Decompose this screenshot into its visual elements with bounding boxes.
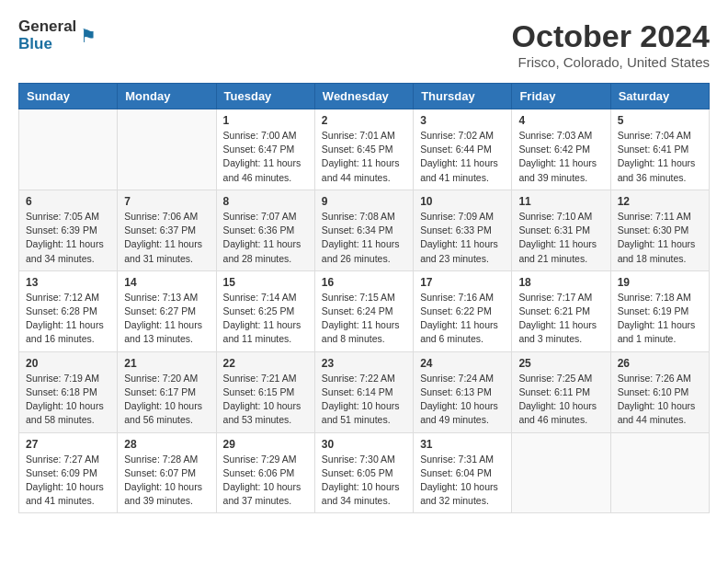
calendar-cell: 3Sunrise: 7:02 AM Sunset: 6:44 PM Daylig… [414,109,512,190]
day-number: 10 [420,195,505,208]
day-info: Sunrise: 7:22 AM Sunset: 6:14 PM Dayligh… [322,372,406,428]
calendar-cell: 8Sunrise: 7:07 AM Sunset: 6:36 PM Daylig… [216,190,314,270]
calendar-header-friday: Friday [512,84,610,109]
day-number: 4 [518,114,603,127]
day-info: Sunrise: 7:13 AM Sunset: 6:27 PM Dayligh… [124,291,209,347]
calendar-cell: 20Sunrise: 7:19 AM Sunset: 6:18 PM Dayli… [19,351,118,432]
calendar-cell: 31Sunrise: 7:31 AM Sunset: 6:04 PM Dayli… [414,432,512,513]
day-number: 9 [322,195,406,208]
calendar-header-saturday: Saturday [610,84,709,109]
day-number: 12 [618,195,702,208]
calendar-cell [19,109,118,190]
calendar-cell [512,432,610,513]
calendar-week-row: 20Sunrise: 7:19 AM Sunset: 6:18 PM Dayli… [19,351,710,432]
day-info: Sunrise: 7:15 AM Sunset: 6:24 PM Dayligh… [322,291,406,347]
day-info: Sunrise: 7:19 AM Sunset: 6:18 PM Dayligh… [26,372,110,428]
calendar-table: SundayMondayTuesdayWednesdayThursdayFrid… [18,83,710,513]
calendar-cell: 22Sunrise: 7:21 AM Sunset: 6:15 PM Dayli… [216,351,314,432]
calendar-cell: 1Sunrise: 7:00 AM Sunset: 6:47 PM Daylig… [216,109,314,190]
calendar-cell: 16Sunrise: 7:15 AM Sunset: 6:24 PM Dayli… [314,270,413,351]
calendar-cell: 17Sunrise: 7:16 AM Sunset: 6:22 PM Dayli… [414,270,512,351]
calendar-cell: 18Sunrise: 7:17 AM Sunset: 6:21 PM Dayli… [512,270,610,351]
calendar-cell: 10Sunrise: 7:09 AM Sunset: 6:33 PM Dayli… [414,190,512,270]
calendar-cell: 6Sunrise: 7:05 AM Sunset: 6:39 PM Daylig… [19,190,118,270]
day-number: 5 [618,114,702,127]
day-info: Sunrise: 7:21 AM Sunset: 6:15 PM Dayligh… [223,372,308,428]
day-info: Sunrise: 7:31 AM Sunset: 6:04 PM Dayligh… [420,453,505,509]
calendar-cell: 30Sunrise: 7:30 AM Sunset: 6:05 PM Dayli… [314,432,413,513]
calendar-cell: 15Sunrise: 7:14 AM Sunset: 6:25 PM Dayli… [216,270,314,351]
day-info: Sunrise: 7:14 AM Sunset: 6:25 PM Dayligh… [223,291,308,347]
day-info: Sunrise: 7:06 AM Sunset: 6:37 PM Dayligh… [124,210,209,266]
calendar-cell: 7Sunrise: 7:06 AM Sunset: 6:37 PM Daylig… [118,190,216,270]
logo: General Blue ⚑ [18,18,97,52]
calendar-cell: 14Sunrise: 7:13 AM Sunset: 6:27 PM Dayli… [118,270,216,351]
logo-general: General [18,18,76,36]
day-number: 23 [322,357,406,370]
day-number: 14 [124,276,209,289]
calendar-week-row: 27Sunrise: 7:27 AM Sunset: 6:09 PM Dayli… [19,432,710,513]
day-info: Sunrise: 7:29 AM Sunset: 6:06 PM Dayligh… [223,453,308,509]
day-info: Sunrise: 7:07 AM Sunset: 6:36 PM Dayligh… [223,210,308,266]
day-info: Sunrise: 7:30 AM Sunset: 6:05 PM Dayligh… [322,453,406,509]
day-number: 24 [420,357,505,370]
day-info: Sunrise: 7:11 AM Sunset: 6:30 PM Dayligh… [618,210,702,266]
calendar-header-thursday: Thursday [414,84,512,109]
calendar-week-row: 6Sunrise: 7:05 AM Sunset: 6:39 PM Daylig… [19,190,710,270]
day-number: 27 [26,438,110,451]
calendar-cell: 11Sunrise: 7:10 AM Sunset: 6:31 PM Dayli… [512,190,610,270]
day-number: 3 [420,114,505,127]
day-number: 29 [223,438,308,451]
day-number: 13 [26,276,110,289]
day-info: Sunrise: 7:10 AM Sunset: 6:31 PM Dayligh… [518,210,603,266]
title-area: October 2024 Frisco, Colorado, United St… [512,18,710,70]
day-number: 6 [26,195,110,208]
day-info: Sunrise: 7:25 AM Sunset: 6:11 PM Dayligh… [518,372,603,428]
calendar-cell: 28Sunrise: 7:28 AM Sunset: 6:07 PM Dayli… [118,432,216,513]
calendar-cell: 26Sunrise: 7:26 AM Sunset: 6:10 PM Dayli… [610,351,709,432]
subtitle: Frisco, Colorado, United States [512,54,710,70]
day-info: Sunrise: 7:16 AM Sunset: 6:22 PM Dayligh… [420,291,505,347]
calendar-cell: 5Sunrise: 7:04 AM Sunset: 6:41 PM Daylig… [610,109,709,190]
day-info: Sunrise: 7:03 AM Sunset: 6:42 PM Dayligh… [518,129,603,185]
day-number: 26 [618,357,702,370]
page: General Blue ⚑ October 2024 Frisco, Colo… [0,0,728,532]
calendar-week-row: 13Sunrise: 7:12 AM Sunset: 6:28 PM Dayli… [19,270,710,351]
logo-flag-icon: ⚑ [80,25,97,47]
day-number: 1 [223,114,308,127]
calendar-cell: 4Sunrise: 7:03 AM Sunset: 6:42 PM Daylig… [512,109,610,190]
day-info: Sunrise: 7:02 AM Sunset: 6:44 PM Dayligh… [420,129,505,185]
calendar-header-row: SundayMondayTuesdayWednesdayThursdayFrid… [19,84,710,109]
calendar-cell: 29Sunrise: 7:29 AM Sunset: 6:06 PM Dayli… [216,432,314,513]
calendar-header-tuesday: Tuesday [216,84,314,109]
day-info: Sunrise: 7:09 AM Sunset: 6:33 PM Dayligh… [420,210,505,266]
day-number: 25 [518,357,603,370]
day-number: 15 [223,276,308,289]
day-info: Sunrise: 7:24 AM Sunset: 6:13 PM Dayligh… [420,372,505,428]
main-title: October 2024 [512,18,710,54]
day-number: 28 [124,438,209,451]
logo-blue: Blue [18,36,76,53]
calendar-cell: 21Sunrise: 7:20 AM Sunset: 6:17 PM Dayli… [118,351,216,432]
calendar-header-wednesday: Wednesday [314,84,413,109]
day-info: Sunrise: 7:04 AM Sunset: 6:41 PM Dayligh… [618,129,702,185]
day-info: Sunrise: 7:01 AM Sunset: 6:45 PM Dayligh… [322,129,406,185]
day-info: Sunrise: 7:17 AM Sunset: 6:21 PM Dayligh… [518,291,603,347]
calendar-header-monday: Monday [118,84,216,109]
logo-text: General Blue [18,18,76,52]
calendar-cell: 24Sunrise: 7:24 AM Sunset: 6:13 PM Dayli… [414,351,512,432]
day-number: 21 [124,357,209,370]
day-number: 16 [322,276,406,289]
day-info: Sunrise: 7:18 AM Sunset: 6:19 PM Dayligh… [618,291,702,347]
calendar-header-sunday: Sunday [19,84,118,109]
day-number: 19 [618,276,702,289]
day-number: 18 [518,276,603,289]
day-info: Sunrise: 7:08 AM Sunset: 6:34 PM Dayligh… [322,210,406,266]
day-info: Sunrise: 7:05 AM Sunset: 6:39 PM Dayligh… [26,210,110,266]
day-info: Sunrise: 7:26 AM Sunset: 6:10 PM Dayligh… [618,372,702,428]
day-number: 30 [322,438,406,451]
day-info: Sunrise: 7:28 AM Sunset: 6:07 PM Dayligh… [124,453,209,509]
calendar-cell: 2Sunrise: 7:01 AM Sunset: 6:45 PM Daylig… [314,109,413,190]
day-info: Sunrise: 7:12 AM Sunset: 6:28 PM Dayligh… [26,291,110,347]
day-number: 31 [420,438,505,451]
